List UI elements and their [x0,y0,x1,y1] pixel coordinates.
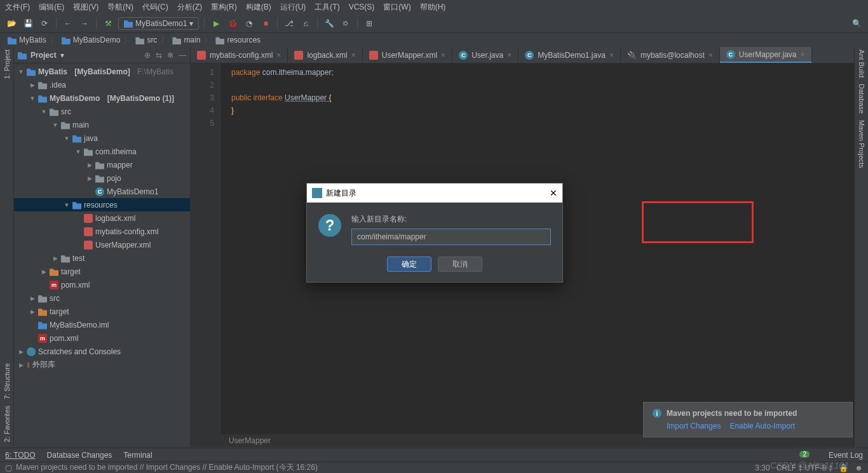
maven-import-notification: i Maven projects need to be imported Imp… [643,402,853,437]
gear-icon[interactable]: ✻ [167,51,173,60]
main-toolbar: 📂 💾 ⟳ ← → ⚒ MyBatisDemo1 ▾ ▶ 🐞 ◔ ■ ⎇ ⎌ 🔧… [0,14,868,33]
editor-tab[interactable]: CMyBatisDemo1.java× [519,47,621,63]
menu-item[interactable]: 工具(T) [315,2,339,13]
close-tab-icon[interactable]: × [276,51,281,60]
ok-button[interactable]: 确定 [387,256,431,272]
git2-icon[interactable]: ⎌ [299,17,312,30]
menu-item[interactable]: VCS(S) [349,3,375,11]
project-tree[interactable]: ▼MyBatis [MyBatisDemo] F:\MyBatis ▶.idea… [14,63,190,447]
menu-item[interactable]: 分析(Z) [177,2,202,13]
menu-item[interactable]: 视图(V) [73,2,98,13]
enable-auto-import-link[interactable]: Enable Auto-Import [729,422,795,430]
directory-name-input[interactable] [351,229,551,245]
question-icon: ? [318,214,341,237]
close-tab-icon[interactable]: × [709,51,713,60]
module-icon [124,19,133,28]
breadcrumb-item[interactable]: MyBatis [5,36,49,44]
db-changes-tool-tab[interactable]: Database Changes [47,451,112,460]
app-icon [312,188,322,198]
hector-icon[interactable]: ☻ [855,463,863,472]
terminal-tool-tab[interactable]: Terminal [123,451,152,460]
favorites-tool-tab[interactable]: 2: Favorites [3,406,11,442]
bottom-tool-bar: 6: TODO Database Changes Terminal Event … [0,448,868,462]
line-gutter: 12345 [191,63,221,434]
ant-tool-tab[interactable]: Ant Build [858,50,865,77]
editor-tab[interactable]: CUser.java× [452,47,519,63]
xml-icon [197,51,206,60]
debug-icon[interactable]: 🐞 [226,17,239,30]
todo-tool-tab[interactable]: 6: TODO [5,451,36,460]
cancel-button[interactable]: 取消 [438,256,482,272]
build-icon[interactable]: ⚒ [102,17,114,30]
breadcrumb-item[interactable]: src [133,36,159,44]
refresh-icon[interactable]: ⟳ [38,17,51,30]
notification-title: Maven projects need to be imported [667,409,797,418]
import-changes-link[interactable]: Import Changes [667,422,721,430]
menu-item[interactable]: 导航(N) [107,2,133,13]
close-tab-icon[interactable]: × [351,51,356,60]
menu-item[interactable]: 帮助(H) [420,2,446,13]
run-icon[interactable]: ▶ [210,17,222,30]
event-badge: 2 [799,451,810,458]
search-icon[interactable]: 🔍 [850,17,863,30]
left-tool-gutter: 1: Project 7: Structure 2: Favorites [0,47,14,447]
close-tab-icon[interactable]: × [507,51,512,60]
menu-item[interactable]: 窗口(W) [383,2,410,13]
back-icon[interactable]: ← [62,17,74,30]
structure-icon[interactable]: ⛭ [339,17,352,30]
run-config-label: MyBatisDemo1 [135,19,187,28]
sidebar-title: Project [31,51,57,60]
locate-icon[interactable]: ⊕ [144,51,151,60]
dialog-title: 新建目录 [326,188,356,199]
database-tool-tab[interactable]: Database [858,84,865,114]
menu-item[interactable]: 重构(R) [211,2,237,13]
close-tab-icon[interactable]: × [609,51,614,60]
dialog-label: 输入新目录名称: [351,214,551,225]
settings-icon[interactable]: 🔧 [323,17,336,30]
save-icon[interactable]: 💾 [22,17,34,30]
structure-tool-tab[interactable]: 7: Structure [3,363,11,399]
run-config-selector[interactable]: MyBatisDemo1 ▾ [118,17,199,30]
right-tool-gutter: Ant Build Database Maven Projects [854,47,868,447]
close-tab-icon[interactable]: × [801,50,805,59]
class-icon: C [525,51,534,60]
coverage-icon[interactable]: ◔ [243,17,255,30]
maven-tool-tab[interactable]: Maven Projects [858,120,865,168]
close-icon[interactable]: ✕ [550,188,557,198]
menu-item[interactable]: 构建(B) [246,2,271,13]
collapse-icon[interactable]: ⇆ [156,51,162,60]
project-sidebar: Project ▾ ⊕ ⇆ ✻ — ▼MyBatis [MyBatisDemo]… [14,47,191,447]
event-log-tool-tab[interactable]: Event Log [829,451,863,460]
dropdown-icon[interactable]: ▾ [60,51,64,60]
nav-bar: MyBatis〉MyBatisDemo〉src〉main〉resources [0,33,868,47]
breadcrumb-item[interactable]: MyBatisDemo [59,36,123,44]
project-icon [18,51,27,60]
project-tool-tab[interactable]: 1: Project [3,50,11,79]
editor-tab[interactable]: mybatis-config.xml× [191,47,288,63]
menu-item[interactable]: 文件(F) [5,2,30,13]
breadcrumb-item[interactable]: main [170,36,203,44]
breadcrumb-item[interactable]: resources [213,36,263,44]
editor-tab[interactable]: UserMapper.xml× [363,47,452,63]
watermark: CSDN @Alita11101 [770,460,849,470]
misc-icon[interactable]: ⊞ [363,17,376,30]
editor-tabs: mybatis-config.xml×logback.xml×UserMappe… [191,47,854,63]
stop-icon[interactable]: ■ [259,17,272,30]
open-icon[interactable]: 📂 [5,17,18,30]
git-icon[interactable]: ⎇ [283,17,295,30]
menu-item[interactable]: 代码(C) [142,2,168,13]
menu-item[interactable]: 运行(U) [280,2,306,13]
caret-position: 3:30 [755,463,770,472]
editor-tab[interactable]: CUserMapper.java× [720,47,812,63]
close-tab-icon[interactable]: × [441,51,445,60]
status-icon: ▢ [5,463,12,472]
menu-item[interactable]: 编辑(E) [39,2,64,13]
class-icon: C [459,51,468,60]
editor-tab[interactable]: 🔌mybatis@localhost× [621,47,720,63]
editor-tab[interactable]: logback.xml× [288,47,362,63]
class-icon: C [726,50,735,59]
menu-bar: 文件(F)编辑(E)视图(V)导航(N)代码(C)分析(Z)重构(R)构建(B)… [0,0,868,14]
hide-icon[interactable]: — [179,51,186,60]
forward-icon[interactable]: → [78,17,91,30]
status-message: Maven projects need to be imported // Im… [16,462,318,473]
